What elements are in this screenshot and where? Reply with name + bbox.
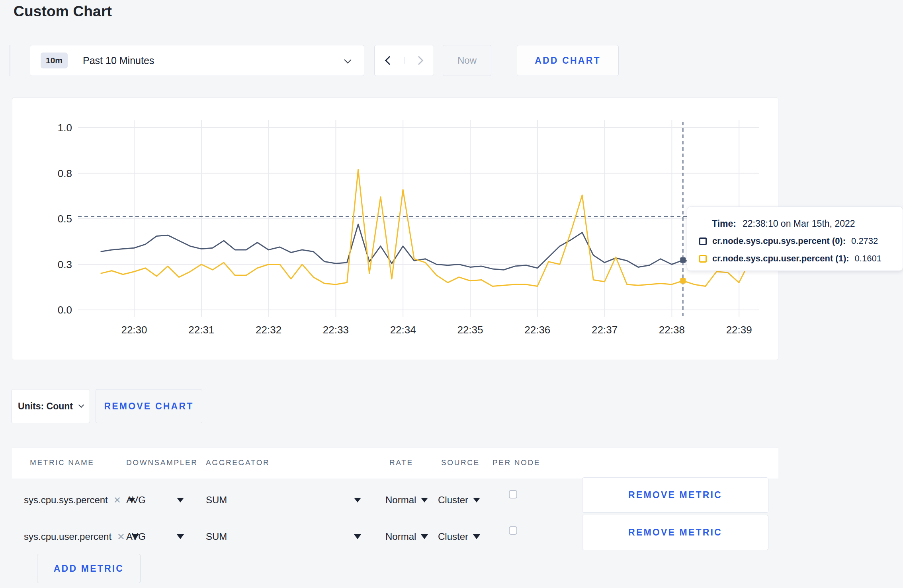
svg-text:22:32: 22:32 <box>256 324 281 336</box>
rate-select[interactable]: Normal <box>385 495 428 506</box>
metric-name-value: sys.cpu.user.percent <box>24 531 111 542</box>
source-select[interactable]: Cluster <box>438 531 480 542</box>
units-label: Units: Count <box>18 401 73 412</box>
caret-down-icon <box>354 498 361 502</box>
col-rate: RATE <box>389 458 413 467</box>
time-range-label: Past 10 Minutes <box>83 55 154 66</box>
col-source: SOURCE <box>441 458 480 467</box>
downsampler-select[interactable]: AVG <box>126 531 184 542</box>
svg-text:22:35: 22:35 <box>457 324 483 336</box>
time-back-button[interactable] <box>375 57 405 64</box>
chart-tooltip: Time: 22:38:10 on Mar 15th, 2022 cr.node… <box>687 206 903 271</box>
per-node-checkbox[interactable] <box>509 526 517 535</box>
remove-metric-label: REMOVE METRIC <box>628 527 722 538</box>
downsampler-select[interactable]: AVG <box>126 495 184 506</box>
toolbar-divider <box>10 45 10 76</box>
metric-name-select[interactable]: sys.cpu.sys.percent ✕ <box>24 495 135 506</box>
tooltip-series-sys-label: cr.node.sys.cpu.sys.percent (0): <box>712 236 846 246</box>
svg-text:22:39: 22:39 <box>726 324 752 336</box>
col-per-node: PER NODE <box>493 458 540 467</box>
rate-select[interactable]: Normal <box>385 531 428 542</box>
col-downsampler: DOWNSAMPLER <box>126 458 198 467</box>
add-metric-button[interactable]: ADD METRIC <box>37 554 141 583</box>
caret-down-icon <box>473 534 480 539</box>
line-chart-canvas[interactable]: 0.00.30.50.81.022:3022:3122:3222:3322:34… <box>12 98 779 360</box>
remove-metric-label: REMOVE METRIC <box>628 490 722 500</box>
svg-text:0.0: 0.0 <box>58 304 72 316</box>
svg-text:22:30: 22:30 <box>121 324 147 336</box>
series-user-swatch-icon <box>699 255 707 263</box>
clear-metric-icon[interactable]: ✕ <box>117 532 125 542</box>
svg-text:0.3: 0.3 <box>58 259 72 271</box>
time-range-badge: 10m <box>41 53 68 68</box>
svg-text:22:36: 22:36 <box>524 324 550 336</box>
downsampler-value: AVG <box>126 531 146 542</box>
tooltip-time-label: Time: <box>712 218 736 229</box>
now-button[interactable]: Now <box>443 45 491 76</box>
tooltip-series-sys-value: 0.2732 <box>851 236 878 246</box>
downsampler-value: AVG <box>126 495 146 506</box>
series-sys-swatch-icon <box>699 238 707 245</box>
time-range-select[interactable]: 10m Past 10 Minutes <box>30 45 364 76</box>
source-value: Cluster <box>438 531 468 542</box>
metric-name-value: sys.cpu.sys.percent <box>24 495 108 506</box>
aggregator-value: SUM <box>206 495 227 506</box>
time-forward-button[interactable] <box>405 57 434 64</box>
svg-text:22:34: 22:34 <box>390 324 416 336</box>
caret-down-icon <box>354 534 361 539</box>
tooltip-series-user-label: cr.node.sys.cpu.user.percent (1): <box>712 253 849 264</box>
remove-metric-button[interactable]: REMOVE METRIC <box>582 477 768 513</box>
col-metric-name: METRIC NAME <box>30 458 94 467</box>
svg-text:1.0: 1.0 <box>58 122 72 134</box>
caret-down-icon <box>421 534 428 539</box>
tooltip-series-user-value: 0.1601 <box>855 253 882 264</box>
metric-name-select[interactable]: sys.cpu.user.percent ✕ <box>24 531 139 542</box>
rate-value: Normal <box>385 495 416 506</box>
source-value: Cluster <box>438 495 468 506</box>
aggregator-value: SUM <box>206 531 227 542</box>
metrics-chart[interactable]: 0.00.30.50.81.022:3022:3122:3222:3322:34… <box>12 97 778 360</box>
clear-metric-icon[interactable]: ✕ <box>113 495 121 506</box>
svg-text:22:31: 22:31 <box>188 324 214 336</box>
svg-text:22:38: 22:38 <box>659 324 685 336</box>
svg-text:0.8: 0.8 <box>58 167 72 179</box>
caret-down-icon <box>473 498 480 502</box>
chevron-left-icon <box>385 56 394 65</box>
remove-chart-label: REMOVE CHART <box>104 401 194 412</box>
aggregator-select[interactable]: SUM <box>206 531 361 542</box>
metrics-table-header: METRIC NAME DOWNSAMPLER AGGREGATOR RATE … <box>12 447 778 479</box>
remove-metric-button[interactable]: REMOVE METRIC <box>582 515 768 550</box>
svg-text:22:37: 22:37 <box>592 324 618 336</box>
time-nav-group <box>374 45 434 76</box>
add-metric-label: ADD METRIC <box>54 563 124 574</box>
page-title: Custom Chart <box>14 3 112 20</box>
svg-text:22:33: 22:33 <box>323 324 349 336</box>
col-aggregator: AGGREGATOR <box>206 458 270 467</box>
chevron-down-icon <box>344 56 351 63</box>
chevron-down-icon <box>78 402 84 408</box>
remove-chart-button[interactable]: REMOVE CHART <box>96 389 202 423</box>
rate-value: Normal <box>385 531 416 542</box>
source-select[interactable]: Cluster <box>438 495 480 506</box>
caret-down-icon <box>421 498 428 502</box>
chevron-right-icon <box>414 56 424 65</box>
svg-text:0.5: 0.5 <box>58 213 72 225</box>
caret-down-icon <box>177 498 184 502</box>
add-chart-label: ADD CHART <box>535 55 601 66</box>
tooltip-time-value: 22:38:10 on Mar 15th, 2022 <box>743 218 855 229</box>
units-select[interactable]: Units: Count <box>11 389 90 423</box>
add-chart-button[interactable]: ADD CHART <box>517 45 619 76</box>
per-node-checkbox[interactable] <box>509 490 517 498</box>
caret-down-icon <box>177 534 184 539</box>
aggregator-select[interactable]: SUM <box>206 495 361 506</box>
